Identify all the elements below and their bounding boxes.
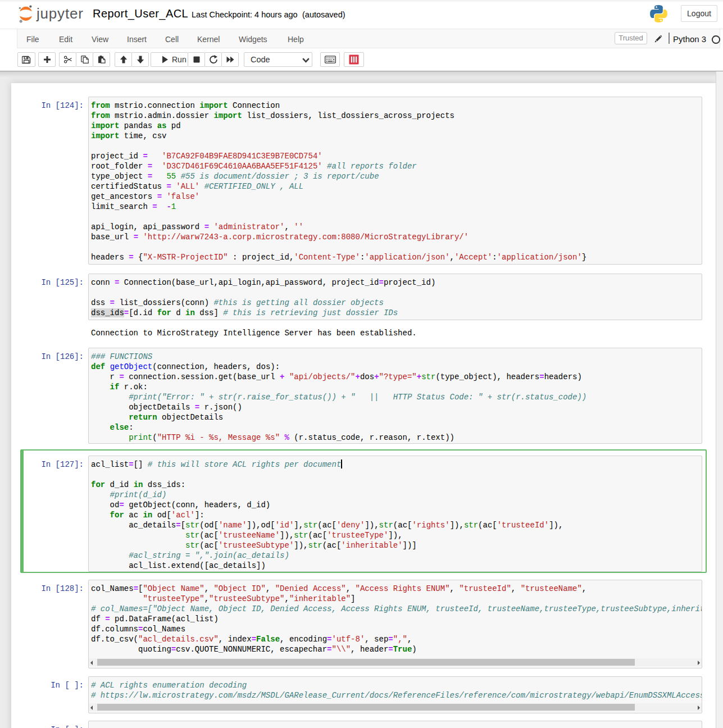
svg-text:Run: Run (172, 56, 187, 64)
